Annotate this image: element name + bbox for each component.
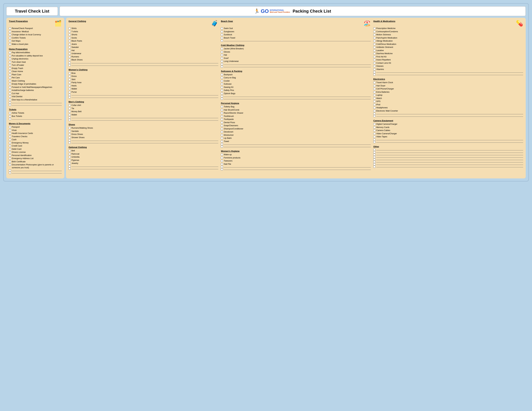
- checkbox[interactable]: [9, 70, 11, 73]
- checkbox[interactable]: [9, 169, 11, 171]
- checkbox[interactable]: [68, 162, 71, 164]
- checkbox[interactable]: [373, 43, 375, 45]
- checkbox[interactable]: [221, 128, 223, 130]
- checkbox[interactable]: [9, 52, 11, 54]
- checkbox[interactable]: [9, 102, 11, 104]
- checkbox[interactable]: [68, 119, 71, 121]
- checkbox[interactable]: [221, 31, 223, 33]
- checkbox[interactable]: [9, 64, 11, 66]
- checkbox[interactable]: [221, 137, 223, 139]
- checkbox[interactable]: [373, 156, 375, 158]
- checkbox[interactable]: [9, 118, 11, 120]
- checkbox[interactable]: [221, 131, 223, 133]
- checkbox[interactable]: [9, 58, 11, 60]
- checkbox[interactable]: [9, 145, 11, 147]
- checkbox[interactable]: [373, 97, 375, 99]
- checkbox[interactable]: [9, 164, 11, 166]
- checkbox[interactable]: [9, 43, 11, 45]
- checkbox[interactable]: [68, 94, 71, 96]
- checkbox[interactable]: [9, 34, 11, 36]
- checkbox[interactable]: [9, 55, 11, 57]
- checkbox[interactable]: [9, 126, 11, 128]
- checkbox[interactable]: [221, 121, 223, 124]
- checkbox[interactable]: [221, 134, 223, 136]
- checkbox[interactable]: [373, 65, 375, 67]
- checkbox[interactable]: [9, 99, 11, 101]
- checkbox[interactable]: [68, 150, 71, 152]
- checkbox[interactable]: [373, 59, 375, 61]
- checkbox[interactable]: [68, 64, 71, 66]
- checkbox[interactable]: [221, 109, 223, 111]
- checkbox[interactable]: [221, 57, 223, 59]
- checkbox[interactable]: [373, 115, 375, 117]
- checkbox[interactable]: [373, 130, 375, 131]
- checkbox[interactable]: [68, 85, 71, 87]
- checkbox[interactable]: [221, 143, 223, 145]
- checkbox[interactable]: [68, 46, 71, 48]
- checkbox[interactable]: [9, 136, 11, 138]
- checkbox[interactable]: [9, 172, 11, 174]
- checkbox[interactable]: [68, 43, 71, 45]
- checkbox[interactable]: [373, 46, 375, 48]
- checkbox[interactable]: [68, 75, 71, 77]
- checkbox[interactable]: [373, 82, 375, 84]
- checkbox[interactable]: [68, 139, 71, 141]
- checkbox[interactable]: [373, 159, 375, 160]
- checkbox[interactable]: [221, 80, 223, 82]
- checkbox[interactable]: [9, 151, 11, 153]
- checkbox[interactable]: [373, 31, 375, 33]
- checkbox[interactable]: [221, 98, 223, 100]
- checkbox[interactable]: [68, 28, 71, 29]
- checkbox[interactable]: [373, 40, 375, 42]
- checkbox[interactable]: [373, 62, 375, 64]
- checkbox[interactable]: [373, 166, 375, 168]
- checkbox[interactable]: [373, 37, 375, 39]
- checkbox[interactable]: [221, 118, 223, 120]
- checkbox[interactable]: [373, 149, 375, 151]
- checkbox[interactable]: [68, 49, 71, 52]
- checkbox[interactable]: [221, 40, 223, 42]
- checkbox[interactable]: [221, 60, 223, 62]
- checkbox[interactable]: [68, 72, 71, 74]
- checkbox[interactable]: [221, 63, 223, 65]
- checkbox[interactable]: [221, 65, 223, 68]
- checkbox[interactable]: [9, 83, 11, 85]
- checkbox[interactable]: [68, 82, 71, 84]
- checkbox[interactable]: [373, 107, 375, 109]
- checkbox[interactable]: [221, 157, 223, 159]
- checkbox[interactable]: [68, 133, 71, 135]
- checkbox[interactable]: [221, 86, 223, 88]
- checkbox[interactable]: [373, 163, 375, 165]
- checkbox[interactable]: [9, 161, 11, 163]
- checkbox[interactable]: [373, 133, 375, 135]
- checkbox[interactable]: [221, 28, 223, 29]
- checkbox[interactable]: [68, 56, 71, 58]
- checkbox[interactable]: [68, 142, 71, 144]
- checkbox[interactable]: [68, 108, 71, 110]
- checkbox[interactable]: [68, 78, 71, 81]
- checkbox[interactable]: [9, 74, 11, 76]
- checkbox[interactable]: [373, 94, 375, 96]
- checkbox[interactable]: [9, 67, 11, 69]
- checkbox[interactable]: [221, 95, 223, 97]
- checkbox[interactable]: [221, 115, 223, 117]
- checkbox[interactable]: [68, 59, 71, 61]
- checkbox[interactable]: [221, 37, 223, 39]
- checkbox[interactable]: [373, 151, 375, 153]
- checkbox[interactable]: [373, 104, 375, 106]
- checkbox[interactable]: [373, 28, 375, 29]
- checkbox[interactable]: [373, 136, 375, 138]
- checkbox[interactable]: [373, 34, 375, 36]
- checkbox[interactable]: [68, 88, 71, 90]
- checkbox[interactable]: [221, 48, 223, 50]
- checkbox[interactable]: [9, 148, 11, 150]
- checkbox[interactable]: [9, 104, 11, 106]
- checkbox[interactable]: [68, 96, 71, 98]
- checkbox[interactable]: [221, 140, 223, 142]
- checkbox[interactable]: [373, 141, 375, 143]
- checkbox[interactable]: [68, 53, 71, 55]
- checkbox[interactable]: [68, 34, 71, 36]
- checkbox[interactable]: [9, 77, 11, 79]
- checkbox[interactable]: [373, 100, 375, 103]
- checkbox[interactable]: [9, 96, 11, 98]
